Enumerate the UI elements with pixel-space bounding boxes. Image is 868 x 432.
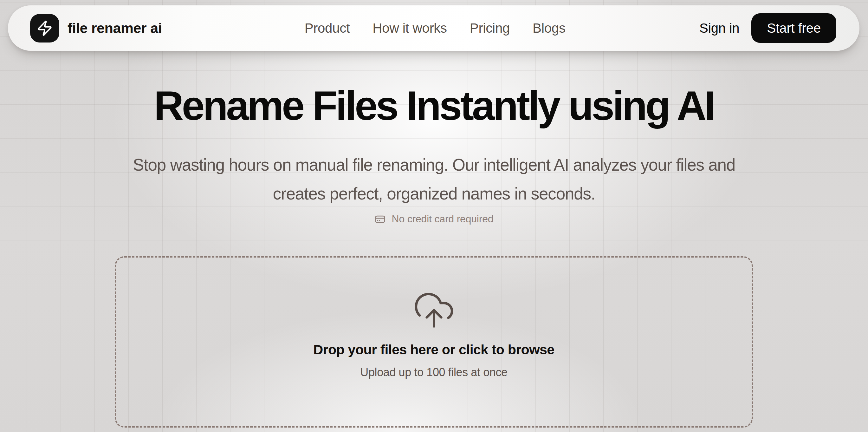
- hero-subtitle-line-1: Stop wasting hours on manual file renami…: [0, 150, 868, 179]
- page-title: Rename Files Instantly using AI: [0, 83, 868, 128]
- dropzone-subtitle: Upload up to 100 files at once: [360, 366, 507, 379]
- nav-links: Product How it works Pricing Blogs: [305, 5, 565, 51]
- file-dropzone[interactable]: Drop your files here or click to browse …: [115, 256, 753, 428]
- dropzone-title: Drop your files here or click to browse: [313, 342, 554, 357]
- navbar: file renamer ai Product How it works Pri…: [8, 5, 860, 51]
- start-free-button[interactable]: Start free: [751, 13, 836, 43]
- nav-right: Sign in Start free: [699, 13, 836, 43]
- nav-link-how-it-works[interactable]: How it works: [372, 21, 447, 36]
- no-credit-card-badge: No credit card required: [0, 213, 868, 225]
- hero-subtitle: Stop wasting hours on manual file renami…: [0, 150, 868, 208]
- hero-subtitle-line-2: creates perfect, organized names in seco…: [0, 179, 868, 208]
- cloud-upload-icon: [412, 289, 456, 332]
- nav-link-blogs[interactable]: Blogs: [533, 21, 565, 36]
- zap-icon: [36, 20, 53, 36]
- nav-link-pricing[interactable]: Pricing: [470, 21, 510, 36]
- sign-in-link[interactable]: Sign in: [699, 21, 739, 36]
- brand-name: file renamer ai: [67, 20, 162, 36]
- logo-badge: [30, 14, 59, 42]
- nav-link-product[interactable]: Product: [305, 21, 350, 36]
- badge-text: No credit card required: [392, 213, 494, 225]
- brand[interactable]: file renamer ai: [30, 14, 162, 42]
- credit-card-icon: [375, 214, 385, 225]
